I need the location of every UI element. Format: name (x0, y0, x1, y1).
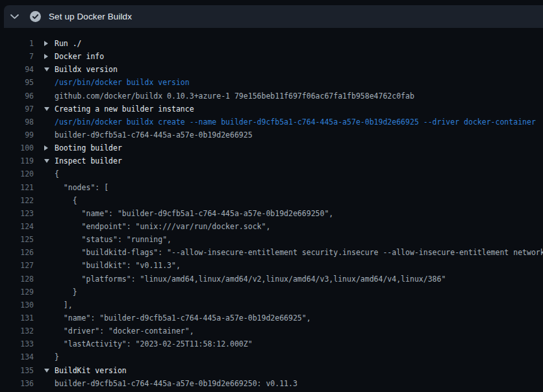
log-line: 126 "buildkitd-flags": "--allow-insecure… (0, 246, 543, 259)
arrow-slot-empty (44, 259, 55, 272)
log-viewer: 1Run ./7Docker info94Buildx version95/us… (0, 28, 543, 392)
log-text: Creating a new builder instance (55, 103, 194, 116)
log-line[interactable]: 135BuildKit version (0, 364, 543, 377)
line-number[interactable]: 119 (0, 154, 34, 167)
log-text: Run ./ (55, 37, 82, 50)
arrow-slot-empty (44, 194, 55, 207)
log-text: builder-d9cfb5a1-c764-445a-a57e-0b19d2e6… (55, 377, 297, 390)
group-arrow-expanded-icon[interactable] (44, 107, 49, 111)
log-line: 128 "platforms": "linux/amd64,linux/amd6… (0, 273, 543, 286)
line-number[interactable]: 128 (0, 273, 34, 286)
log-text: github.com/docker/buildx 0.10.3+azure-1 … (55, 90, 414, 103)
arrow-slot-empty (44, 325, 55, 337)
log-line: 125 "status": "running", (0, 233, 543, 246)
log-line: 131 "name": "builder-d9cfb5a1-c764-445a-… (0, 312, 543, 325)
log-text: Docker info (55, 50, 104, 63)
log-line: 123 "name": "builder-d9cfb5a1-c764-445a-… (0, 207, 543, 220)
arrow-slot-empty (44, 350, 55, 363)
step-header[interactable]: Set up Docker Buildx (4, 5, 543, 28)
log-text: } (55, 350, 59, 363)
log-line: 129 } (0, 286, 543, 299)
log-text: "platforms": "linux/amd64,linux/amd64/v2… (55, 273, 446, 286)
line-number[interactable]: 1 (0, 37, 34, 50)
log-text: /usr/bin/docker buildx version (55, 76, 190, 89)
line-number[interactable]: 99 (0, 129, 34, 141)
line-number[interactable]: 96 (0, 90, 34, 103)
arrow-slot-empty (44, 116, 55, 129)
group-arrow-expanded-icon[interactable] (44, 67, 49, 71)
line-number[interactable]: 130 (0, 299, 34, 312)
log-text: } (55, 286, 77, 299)
arrow-slot-empty (44, 129, 55, 141)
arrow-slot-empty (44, 337, 55, 350)
log-text: "name": "builder-d9cfb5a1-c764-445a-a57e… (55, 207, 333, 220)
line-number[interactable]: 125 (0, 233, 34, 246)
group-arrow-slot[interactable] (44, 37, 55, 50)
line-number[interactable]: 124 (0, 220, 34, 233)
line-number[interactable]: 94 (0, 63, 34, 76)
line-number[interactable]: 97 (0, 103, 34, 116)
log-line: 95/usr/bin/docker buildx version (0, 76, 543, 89)
step-title: Set up Docker Buildx (49, 12, 132, 21)
group-arrow-expanded-icon[interactable] (44, 159, 49, 163)
group-arrow-slot[interactable] (44, 50, 55, 63)
line-number[interactable]: 131 (0, 312, 34, 325)
line-number[interactable]: 120 (0, 167, 34, 180)
line-number[interactable]: 121 (0, 181, 34, 194)
log-text: BuildKit version (55, 364, 127, 377)
group-arrow-collapsed-icon[interactable] (44, 41, 48, 46)
group-arrow-collapsed-icon[interactable] (44, 54, 48, 59)
log-line: 133 "lastActivity": "2023-02-25T11:58:12… (0, 337, 543, 350)
arrow-slot-empty (44, 377, 55, 390)
line-number[interactable]: 123 (0, 207, 34, 220)
log-text: "driver": "docker-container", (55, 325, 194, 337)
log-text: "nodes": [ (55, 181, 108, 194)
line-number[interactable]: 95 (0, 76, 34, 89)
log-line[interactable]: 119Inspect builder (0, 154, 543, 167)
group-arrow-slot[interactable] (44, 63, 55, 76)
line-number[interactable]: 7 (0, 50, 34, 63)
group-arrow-slot[interactable] (44, 141, 55, 154)
log-text: "buildkit": "v0.11.3", (55, 259, 181, 272)
group-arrow-collapsed-icon[interactable] (44, 145, 48, 151)
line-number[interactable]: 129 (0, 286, 34, 299)
line-number[interactable]: 122 (0, 194, 34, 207)
arrow-slot-empty (44, 76, 55, 89)
log-text: /usr/bin/docker buildx create --name bui… (55, 116, 536, 129)
log-text: "status": "running", (55, 233, 171, 246)
log-line[interactable]: 100Booting builder (0, 141, 543, 154)
line-number[interactable]: 98 (0, 116, 34, 129)
log-text: Inspect builder (55, 154, 122, 167)
line-number[interactable]: 135 (0, 364, 34, 377)
log-text: Buildx version (55, 63, 118, 76)
log-line: 124 "endpoint": "unix:///var/run/docker.… (0, 220, 543, 233)
group-arrow-slot[interactable] (44, 154, 55, 167)
line-number[interactable]: 133 (0, 337, 34, 350)
arrow-slot-empty (44, 246, 55, 259)
check-circle-icon (30, 11, 41, 22)
line-number[interactable]: 132 (0, 325, 34, 337)
chevron-down-icon[interactable] (6, 5, 23, 28)
log-line[interactable]: 1Run ./ (0, 37, 543, 50)
line-number[interactable]: 126 (0, 246, 34, 259)
log-text: "lastActivity": "2023-02-25T11:58:12.000… (55, 337, 253, 350)
group-arrow-slot[interactable] (44, 103, 55, 116)
log-line: 99builder-d9cfb5a1-c764-445a-a57e-0b19d2… (0, 129, 543, 141)
log-line[interactable]: 94Buildx version (0, 63, 543, 76)
arrow-slot-empty (44, 299, 55, 312)
log-line[interactable]: 97Creating a new builder instance (0, 103, 543, 116)
log-line[interactable]: 7Docker info (0, 50, 543, 63)
arrow-slot-empty (44, 220, 55, 233)
arrow-slot-empty (44, 273, 55, 286)
group-arrow-expanded-icon[interactable] (44, 369, 49, 373)
line-number[interactable]: 127 (0, 259, 34, 272)
log-line: 132 "driver": "docker-container", (0, 325, 543, 337)
line-number[interactable]: 136 (0, 377, 34, 390)
log-text: Booting builder (55, 141, 122, 154)
log-line: 127 "buildkit": "v0.11.3", (0, 259, 543, 272)
log-line: 98/usr/bin/docker buildx create --name b… (0, 116, 543, 129)
group-arrow-slot[interactable] (44, 364, 55, 377)
line-number[interactable]: 134 (0, 350, 34, 363)
line-number[interactable]: 100 (0, 141, 34, 154)
log-line: 121 "nodes": [ (0, 181, 543, 194)
